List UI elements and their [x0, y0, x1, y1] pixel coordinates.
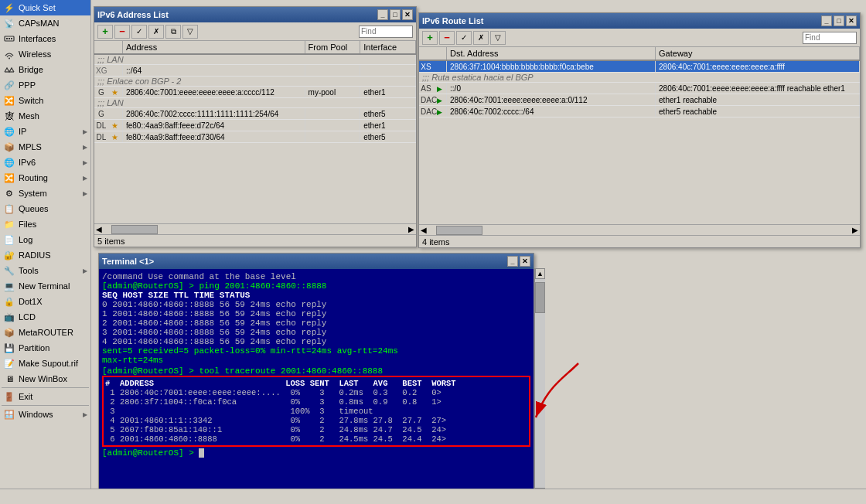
sidebar-item-bridge[interactable]: Bridge	[0, 62, 90, 77]
terminal-prompt-3[interactable]: [admin@RouterOS] >	[102, 448, 530, 458]
col-gateway[interactable]: Gateway	[656, 47, 860, 60]
maximize-button[interactable]: □	[390, 9, 401, 20]
scroll-left-btn[interactable]: ◀	[94, 225, 104, 233]
ipv6-table: Address From Pool Interface ;;; LAN XG :…	[94, 41, 416, 143]
sidebar-item-switch[interactable]: 🔀 Switch	[0, 93, 90, 108]
terminal-titlebar[interactable]: Terminal <1> _ ✕	[99, 254, 534, 269]
sidebar-item-tools[interactable]: 🔧 Tools	[0, 263, 90, 278]
route-hscroll[interactable]: ◀ ▶	[419, 224, 860, 235]
enable-button[interactable]: ✓	[456, 31, 472, 45]
sidebar-item-queues[interactable]: 📋 Queues	[0, 201, 90, 216]
terminal-body[interactable]: /command Use command at the base level […	[99, 269, 534, 499]
scroll-right-btn[interactable]: ▶	[851, 226, 860, 234]
find-input[interactable]	[803, 32, 857, 44]
sidebar-item-radius[interactable]: 🔐 RADIUS	[0, 247, 90, 263]
sidebar-item-label: Switch	[19, 96, 43, 105]
route-titlebar[interactable]: IPv6 Route List _ □ ✕	[419, 13, 860, 29]
close-button[interactable]: ✕	[520, 256, 530, 267]
find-input[interactable]	[359, 26, 413, 38]
tools-icon: 🔧	[3, 264, 15, 277]
exit-icon: 🚪	[3, 390, 15, 403]
close-button[interactable]: ✕	[846, 15, 857, 26]
routing-icon: 🔀	[3, 172, 15, 184]
minimize-button[interactable]: _	[507, 256, 518, 267]
terminal-traceroute-header: # ADDRESS LOSS SENT LAST AVG BEST WORST	[105, 379, 527, 388]
col-from-pool[interactable]: From Pool	[305, 41, 360, 54]
sidebar-item-capsman[interactable]: 📡 CAPsMAN	[0, 15, 90, 31]
table-row[interactable]: AS ▶ ::/0 2806:40c:7001:eeee:eeee:eeee:a…	[419, 83, 860, 94]
sidebar-item-label: IPv6	[19, 158, 36, 167]
table-row[interactable]: DAC ▶ 2806:40c:7001:eeee:eeee:eeee:a:0/1…	[419, 94, 860, 106]
table-row[interactable]: XS 2806:3f7:1004:bbbb:bbbb:bbbb:f0ca:beb…	[419, 60, 860, 73]
add-button[interactable]: +	[97, 25, 113, 39]
sidebar-item-label: Files	[19, 220, 36, 229]
minimize-button[interactable]: _	[821, 15, 832, 26]
sidebar-item-log[interactable]: 📄 Log	[0, 232, 90, 247]
sidebar-item-interfaces[interactable]: Interfaces	[0, 31, 90, 46]
sidebar-item-routing[interactable]: 🔀 Routing	[0, 170, 90, 186]
sidebar-item-mpls[interactable]: 📦 MPLS	[0, 139, 90, 155]
table-row[interactable]: DAC ▶ 2806:40c:7002:cccc::/64 ether5 rea…	[419, 106, 860, 117]
capsman-icon: 📡	[3, 17, 15, 29]
ipv6-address-window: IPv6 Address List _ □ ✕ + − ✓ ✗ ⧉ ▽ Addr…	[94, 6, 417, 247]
scroll-handle[interactable]	[535, 282, 545, 313]
filter-button[interactable]: ▽	[182, 25, 198, 39]
sidebar-item-exit[interactable]: 🚪 Exit	[0, 389, 90, 404]
scroll-up-btn[interactable]: ▲	[535, 268, 545, 279]
partition-icon: 💾	[3, 342, 15, 354]
sidebar-item-ip[interactable]: 🌐 IP	[0, 124, 90, 139]
terminal-traceroute-row: 2 2806:3f7:1004::f0ca:f0ca 0% 3 0.8ms 0.…	[105, 397, 527, 407]
sidebar-item-new-terminal[interactable]: 💻 New Terminal	[0, 278, 90, 294]
ipv6-titlebar[interactable]: IPv6 Address List _ □ ✕	[94, 7, 416, 22]
route-toolbar: + − ✓ ✗ ▽	[419, 29, 860, 47]
table-row[interactable]: XG ::/64	[94, 65, 416, 77]
ipv6-status-bar: 5 items	[94, 234, 416, 247]
minimize-button[interactable]: _	[377, 9, 388, 20]
sidebar-item-wireless[interactable]: Wireless	[0, 46, 90, 62]
sidebar-item-mesh[interactable]: 🕸 Mesh	[0, 108, 90, 124]
table-row[interactable]: G 2806:40c:7002:cccc:1111:1111:1111:254/…	[94, 108, 416, 120]
remove-button[interactable]: −	[439, 31, 455, 45]
table-row[interactable]: G ★ 2806:40c:7001:eeee:eeee:eeee:a:cccc/…	[94, 87, 416, 98]
scroll-thumb[interactable]	[111, 225, 158, 234]
sidebar-item-label: Bridge	[19, 65, 43, 74]
sidebar-item-system[interactable]: ⚙ System	[0, 186, 90, 201]
col-dst[interactable]: Dst. Address	[447, 47, 656, 60]
table-row[interactable]: DL ★ fe80::4aa9:8aff:feee:d72c/64 ether1	[94, 120, 416, 131]
sidebar-item-label: CAPsMAN	[19, 19, 60, 28]
disable-button[interactable]: ✗	[148, 25, 164, 39]
sidebar-item-files[interactable]: 📁 Files	[0, 216, 90, 232]
scroll-right-btn[interactable]: ▶	[407, 225, 416, 233]
sidebar-item-label: Routing	[19, 173, 48, 182]
col-flag	[419, 47, 447, 60]
sidebar-item-ipv6[interactable]: 🌐 IPv6	[0, 155, 90, 170]
table-row[interactable]: DL ★ fe80::4aa9:8aff:feee:d730/64 ether5	[94, 131, 416, 143]
enable-button[interactable]: ✓	[131, 25, 147, 39]
add-button[interactable]: +	[422, 31, 438, 45]
sidebar-item-label: Log	[19, 235, 32, 244]
log-icon: 📄	[3, 233, 15, 246]
sidebar-item-ppp[interactable]: 🔗 PPP	[0, 77, 90, 93]
scroll-thumb[interactable]	[436, 226, 482, 235]
ipv6-hscroll[interactable]: ◀ ▶	[94, 223, 416, 234]
terminal-traceroute-row: 6 2001:4860:4860::8888 0% 2 24.5ms 24.5 …	[105, 434, 527, 444]
remove-button[interactable]: −	[114, 25, 130, 39]
sidebar-item-new-winbox[interactable]: 🖥 New WinBox	[0, 371, 90, 387]
filter-button[interactable]: ▽	[490, 31, 506, 45]
close-button[interactable]: ✕	[402, 9, 413, 20]
sidebar-item-make-supout[interactable]: 📝 Make Supout.rif	[0, 356, 90, 371]
copy-button[interactable]: ⧉	[165, 25, 181, 39]
sidebar-item-label: New Terminal	[19, 281, 70, 291]
sidebar-item-metarouter[interactable]: 📦 MetaROUTER	[0, 325, 90, 340]
sidebar-item-partition[interactable]: 💾 Partition	[0, 340, 90, 356]
scroll-left-btn[interactable]: ◀	[419, 226, 428, 234]
col-interface[interactable]: Interface	[360, 41, 416, 54]
disable-button[interactable]: ✗	[473, 31, 489, 45]
sidebar-item-windows[interactable]: 🪟 Windows	[0, 407, 90, 422]
sidebar-item-dot1x[interactable]: 🔒 Dot1X	[0, 294, 90, 309]
terminal-vscroll[interactable]: ▲ ▼	[534, 268, 545, 499]
col-address[interactable]: Address	[122, 41, 305, 54]
sidebar-item-quick-set[interactable]: ⚡ Quick Set	[0, 0, 90, 15]
maximize-button[interactable]: □	[834, 15, 844, 26]
sidebar-item-lcd[interactable]: 📺 LCD	[0, 309, 90, 325]
